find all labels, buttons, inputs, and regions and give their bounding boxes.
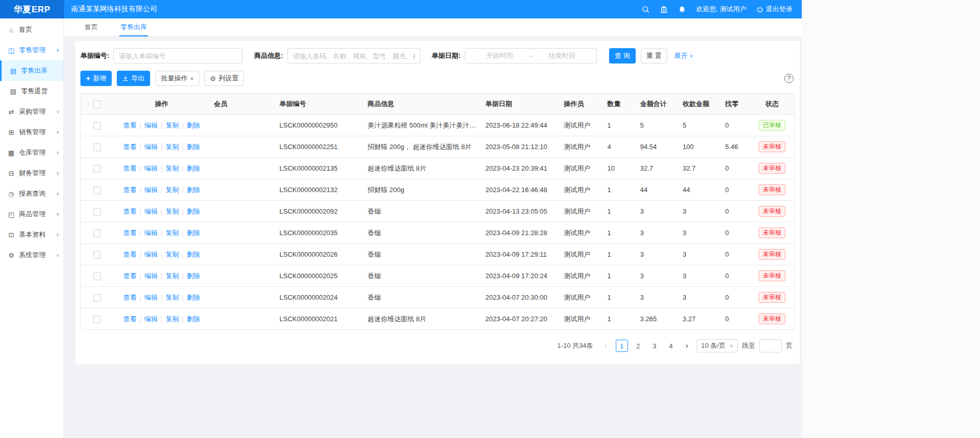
jump-page-input[interactable] — [759, 339, 782, 352]
column-settings-button[interactable]: ⚙ 列设置 — [204, 71, 244, 86]
row-action-delete[interactable]: 删除 — [187, 315, 200, 323]
cell-product: 招财猫 200g — [364, 179, 482, 201]
row-checkbox[interactable] — [93, 165, 101, 173]
sidebar-item-home[interactable]: ⌂首页 — [0, 19, 64, 40]
row-checkbox[interactable] — [93, 273, 101, 280]
row-action-edit[interactable]: 编辑 — [144, 315, 158, 323]
row-action-edit[interactable]: 编辑 — [144, 272, 158, 280]
export-button[interactable]: 导出 — [117, 71, 150, 86]
product-info-input[interactable] — [287, 48, 421, 64]
row-checkbox[interactable] — [93, 186, 101, 194]
search-button[interactable]: 查 询 — [609, 48, 636, 64]
row-checkbox[interactable] — [93, 143, 101, 151]
row-action-delete[interactable]: 删除 — [187, 294, 200, 301]
row-action-edit[interactable]: 编辑 — [144, 207, 158, 215]
sidebar-item-retail-outbound[interactable]: ▤零售出库 — [0, 60, 64, 81]
row-action-copy[interactable]: 复制 — [165, 272, 179, 280]
column-header-0: 操作 — [114, 94, 210, 115]
row-checkbox[interactable] — [93, 208, 101, 216]
row-action-edit[interactable]: 编辑 — [144, 251, 158, 258]
row-action-view[interactable]: 查看 — [123, 207, 136, 215]
sidebar-item-finance[interactable]: ⊟财务管理∨ — [0, 163, 64, 183]
row-action-copy[interactable]: 复制 — [165, 251, 179, 258]
row-action-delete[interactable]: 删除 — [187, 121, 200, 129]
row-action-edit[interactable]: 编辑 — [144, 121, 158, 129]
sidebar-item-purchase[interactable]: ⇄采购管理∨ — [0, 101, 64, 122]
bill-date-range-picker[interactable]: 开始时间 ~ 结束时间 — [465, 48, 597, 64]
bank-icon[interactable] — [660, 6, 668, 13]
row-checkbox[interactable] — [93, 230, 101, 237]
row-action-edit[interactable]: 编辑 — [144, 294, 158, 301]
row-action-delete[interactable]: 删除 — [187, 143, 200, 151]
cell-change: 0 — [721, 244, 750, 265]
expand-link[interactable]: 展开 ∨ — [674, 51, 693, 60]
row-action-delete[interactable]: 删除 — [187, 164, 200, 172]
search-icon[interactable] — [642, 6, 650, 13]
row-action-view[interactable]: 查看 — [123, 143, 136, 151]
reset-button[interactable]: 重 置 — [641, 48, 668, 64]
sidebar-item-label: 零售出库 — [21, 66, 48, 75]
status-badge: 未审核 — [759, 249, 785, 260]
sidebar-item-system[interactable]: ⚙系统管理∨ — [0, 245, 64, 265]
welcome-text: 欢迎您, 测试用户 — [696, 5, 746, 14]
tab-retail-outbound[interactable]: 零售出库 — [119, 18, 148, 36]
sidebar-item-basic-data[interactable]: ⊡基本资料∨ — [0, 224, 64, 245]
row-action-copy[interactable]: 复制 — [165, 121, 179, 129]
row-checkbox[interactable] — [93, 316, 101, 323]
row-action-copy[interactable]: 复制 — [165, 229, 179, 237]
row-action-view[interactable]: 查看 — [123, 164, 136, 172]
table-header-row: 操作会员单据编号商品信息单据日期操作员数量金额合计收款金额找零状态 — [81, 94, 795, 115]
prev-page-icon[interactable]: ‹ — [600, 340, 612, 352]
page-button-4[interactable]: 4 — [665, 340, 677, 352]
row-action-view[interactable]: 查看 — [123, 272, 136, 280]
row-action-delete[interactable]: 删除 — [187, 229, 200, 237]
sidebar-item-sales[interactable]: ⊞销售管理∨ — [0, 122, 64, 142]
sidebar-item-warehouse[interactable]: ▦仓库管理∨ — [0, 142, 64, 163]
batch-operations-button[interactable]: 批量操作 ∨ — [155, 71, 199, 86]
row-action-view[interactable]: 查看 — [123, 186, 136, 194]
page-button-3[interactable]: 3 — [649, 340, 661, 352]
row-action-delete[interactable]: 删除 — [187, 251, 200, 258]
select-all-cell — [81, 94, 114, 115]
row-action-edit[interactable]: 编辑 — [144, 143, 158, 151]
row-checkbox[interactable] — [93, 122, 101, 130]
cell-member — [210, 158, 276, 179]
sidebar-item-goods[interactable]: ◰商品管理∨ — [0, 204, 64, 224]
next-page-icon[interactable]: › — [681, 340, 693, 352]
row-action-copy[interactable]: 复制 — [165, 207, 179, 215]
row-checkbox[interactable] — [93, 294, 101, 302]
pagination-total: 1-10 共34条 — [557, 341, 593, 350]
sidebar-item-retail-return[interactable]: ▤零售退货 — [0, 81, 64, 101]
row-action-copy[interactable]: 复制 — [165, 143, 179, 151]
row-action-edit[interactable]: 编辑 — [144, 229, 158, 237]
row-action-copy[interactable]: 复制 — [165, 164, 179, 172]
row-action-copy[interactable]: 复制 — [165, 315, 179, 323]
row-action-edit[interactable]: 编辑 — [144, 186, 158, 194]
row-action-copy[interactable]: 复制 — [165, 186, 179, 194]
row-action-delete[interactable]: 删除 — [187, 207, 200, 215]
row-action-delete[interactable]: 删除 — [187, 186, 200, 194]
logout-button[interactable]: 退出登录 — [757, 5, 793, 14]
row-checkbox[interactable] — [93, 251, 101, 259]
add-button[interactable]: + 新增 — [80, 71, 112, 86]
sidebar-item-retail[interactable]: ◫零售管理∧ — [0, 40, 64, 60]
notification-bell-icon[interactable] — [678, 6, 686, 13]
row-action-edit[interactable]: 编辑 — [144, 164, 158, 172]
table-row: 查看|编辑|复制|删除LSCK00000002025香烟2023-04-09 1… — [81, 265, 795, 287]
row-action-view[interactable]: 查看 — [123, 294, 136, 301]
select-all-checkbox[interactable] — [93, 100, 101, 108]
row-action-view[interactable]: 查看 — [123, 121, 136, 129]
chevron-down-icon: ∨ — [190, 76, 194, 81]
row-action-delete[interactable]: 删除 — [187, 272, 200, 280]
row-action-view[interactable]: 查看 — [123, 315, 136, 323]
page-size-select[interactable]: 10 条/页 ∨ — [697, 339, 738, 352]
page-button-1[interactable]: 1 — [616, 340, 628, 352]
tab-home[interactable]: 首页 — [84, 18, 99, 36]
bill-number-input[interactable] — [113, 48, 243, 64]
help-icon[interactable]: ? — [784, 74, 794, 83]
row-action-view[interactable]: 查看 — [123, 229, 136, 237]
page-button-2[interactable]: 2 — [632, 340, 644, 352]
row-action-copy[interactable]: 复制 — [165, 294, 179, 301]
sidebar-item-reports[interactable]: ◷报表查询∨ — [0, 183, 64, 204]
row-action-view[interactable]: 查看 — [123, 251, 136, 258]
